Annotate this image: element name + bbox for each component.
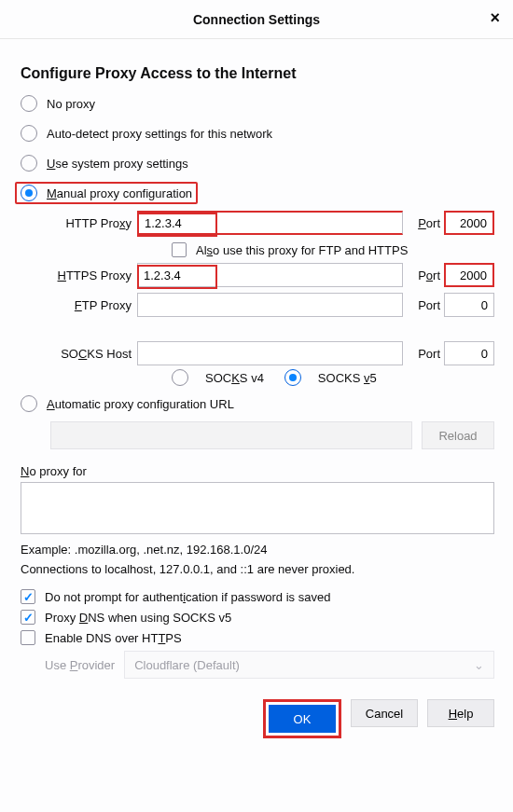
manual-proxy-highlight: Manual proxy configuration bbox=[15, 182, 198, 204]
ftp-proxy-input[interactable] bbox=[137, 293, 403, 317]
ok-button-label: OK bbox=[294, 712, 312, 726]
pac-url-row: Reload bbox=[50, 421, 494, 449]
enable-doh-row[interactable]: Enable DNS over HTTPS bbox=[21, 630, 494, 645]
radio-system-proxy-label: Use system proxy settings bbox=[47, 157, 188, 171]
https-proxy-input[interactable] bbox=[137, 263, 403, 287]
ok-button-highlight: OK bbox=[263, 699, 341, 738]
socks-v5-label: SOCKS v5 bbox=[318, 371, 377, 385]
radio-system-proxy-row[interactable]: Use system proxy settings bbox=[21, 151, 494, 175]
radio-pac-row[interactable]: Automatic proxy configuration URL bbox=[21, 392, 494, 416]
no-proxy-for-label: No proxy for bbox=[21, 464, 494, 478]
radio-icon bbox=[21, 125, 37, 142]
https-port-label: Port bbox=[403, 268, 444, 282]
dialog-titlebar: Connection Settings × bbox=[0, 0, 513, 39]
proxy-dns-socks5-label: Proxy DNS when using SOCKS v5 bbox=[45, 611, 231, 625]
doh-provider-label: Use Provider bbox=[45, 658, 115, 672]
socks-host-label: SOCKS Host bbox=[50, 347, 137, 361]
cancel-button-label: Cancel bbox=[366, 707, 403, 721]
cancel-button[interactable]: Cancel bbox=[351, 699, 418, 727]
proxy-dns-socks5-row[interactable]: Proxy DNS when using SOCKS v5 bbox=[21, 610, 494, 625]
http-port-input[interactable] bbox=[444, 211, 494, 235]
http-proxy-row: HTTP Proxy Port bbox=[50, 211, 494, 235]
proxy-fields: HTTP Proxy Port Also use this proxy for … bbox=[50, 211, 494, 386]
radio-icon bbox=[21, 155, 37, 172]
socks-host-input[interactable] bbox=[137, 341, 403, 365]
radio-manual-proxy-row[interactable]: Manual proxy configuration bbox=[15, 181, 494, 205]
socks-host-row: SOCKS Host Port bbox=[50, 341, 494, 365]
radio-socks-v5[interactable] bbox=[284, 369, 301, 386]
no-proxy-for-textarea[interactable] bbox=[21, 482, 494, 534]
https-port-input[interactable] bbox=[444, 263, 494, 287]
close-icon[interactable]: × bbox=[490, 9, 500, 26]
radio-manual-proxy-label: Manual proxy configuration bbox=[47, 186, 192, 200]
doh-provider-row: Use Provider Cloudflare (Default) ⌄ bbox=[45, 651, 494, 679]
radio-icon-selected bbox=[21, 185, 37, 201]
radio-socks-v4[interactable] bbox=[172, 369, 188, 386]
checkbox-icon bbox=[21, 630, 35, 645]
dialog-title: Connection Settings bbox=[193, 12, 320, 27]
doh-provider-value: Cloudflare (Default) bbox=[134, 658, 240, 672]
help-button-label: Help bbox=[449, 707, 474, 721]
radio-icon bbox=[21, 395, 37, 412]
enable-doh-label: Enable DNS over HTTPS bbox=[45, 631, 182, 645]
ftp-proxy-row: FTP Proxy Port bbox=[50, 293, 494, 317]
doh-provider-select: Cloudflare (Default) ⌄ bbox=[124, 651, 494, 679]
checkbox-icon bbox=[172, 242, 187, 257]
radio-no-proxy-label: No proxy bbox=[47, 97, 95, 111]
no-prompt-auth-row[interactable]: Do not prompt for authentication if pass… bbox=[21, 589, 494, 604]
use-for-all-row[interactable]: Also use this proxy for FTP and HTTPS bbox=[172, 242, 494, 257]
section-heading: Configure Proxy Access to the Internet bbox=[21, 65, 494, 82]
chevron-down-icon: ⌄ bbox=[474, 658, 484, 672]
checkbox-icon-checked bbox=[21, 610, 35, 625]
ok-button[interactable]: OK bbox=[269, 705, 336, 733]
radio-auto-detect-label: Auto-detect proxy settings for this netw… bbox=[47, 127, 272, 141]
socks-v4-label: SOCKS v4 bbox=[205, 371, 264, 385]
no-prompt-auth-label: Do not prompt for authentication if pass… bbox=[45, 590, 330, 604]
http-proxy-input[interactable] bbox=[137, 211, 403, 235]
pac-url-input bbox=[50, 421, 412, 449]
dialog-content: Configure Proxy Access to the Internet N… bbox=[0, 39, 513, 751]
use-for-all-label: Also use this proxy for FTP and HTTPS bbox=[196, 243, 408, 257]
localhost-note: Connections to localhost, 127.0.0.1, and… bbox=[21, 562, 494, 576]
ftp-port-input[interactable] bbox=[444, 293, 494, 317]
http-proxy-label: HTTP Proxy bbox=[50, 216, 137, 230]
http-port-label: Port bbox=[403, 216, 444, 230]
radio-pac-label: Automatic proxy configuration URL bbox=[47, 397, 234, 411]
reload-button: Reload bbox=[422, 421, 494, 449]
socks-port-input[interactable] bbox=[444, 341, 494, 365]
reload-button-label: Reload bbox=[438, 429, 477, 443]
radio-no-proxy-row[interactable]: No proxy bbox=[21, 91, 494, 116]
socks-port-label: Port bbox=[403, 347, 444, 361]
radio-icon bbox=[21, 95, 37, 112]
radio-auto-detect-row[interactable]: Auto-detect proxy settings for this netw… bbox=[21, 121, 494, 145]
https-proxy-row: HTTPS Proxy Port bbox=[50, 263, 494, 287]
socks-version-row: SOCKS v4 SOCKS v5 bbox=[172, 369, 494, 386]
ftp-proxy-label: FTP Proxy bbox=[50, 298, 137, 312]
https-proxy-label: HTTPS Proxy bbox=[50, 268, 137, 282]
help-button[interactable]: Help bbox=[427, 699, 494, 727]
checkbox-icon-checked bbox=[21, 589, 35, 604]
dialog-button-row: OK Cancel Help bbox=[21, 699, 494, 738]
no-proxy-example: Example: .mozilla.org, .net.nz, 192.168.… bbox=[21, 543, 494, 557]
ftp-port-label: Port bbox=[403, 298, 444, 312]
